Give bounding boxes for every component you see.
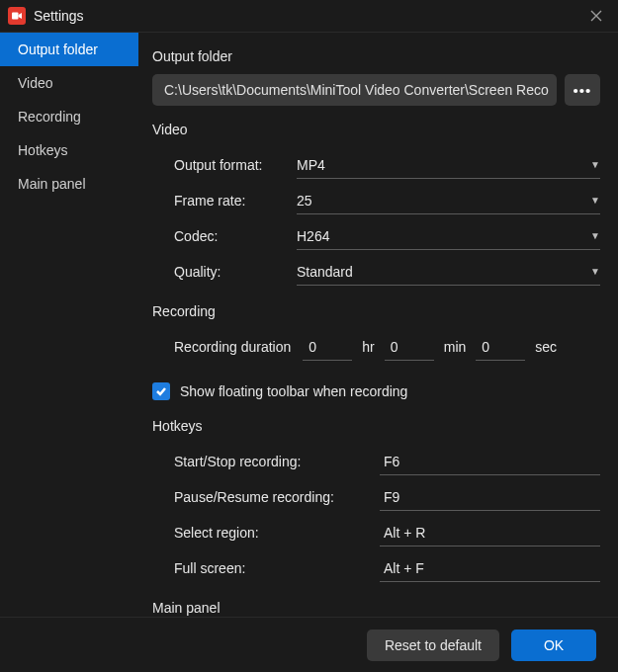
- section-title-output-folder: Output folder: [152, 48, 600, 64]
- hotkey-label: Full screen:: [174, 560, 380, 576]
- titlebar: Settings: [0, 0, 618, 32]
- sidebar-item-label: Main panel: [18, 176, 86, 192]
- footer: Reset to default OK: [0, 618, 618, 672]
- reset-button[interactable]: Reset to default: [367, 630, 499, 661]
- sidebar-item-output-folder[interactable]: Output folder: [0, 33, 138, 66]
- chevron-down-icon: ▼: [590, 266, 600, 277]
- sidebar-item-label: Recording: [18, 109, 81, 125]
- section-title-video: Video: [152, 122, 600, 137]
- close-icon: [590, 10, 602, 22]
- field-label: Codec:: [174, 228, 297, 244]
- sidebar-item-hotkeys[interactable]: Hotkeys: [0, 133, 138, 167]
- settings-window: Settings Output folder Video Recording H…: [0, 0, 618, 672]
- select-value: MP4: [297, 157, 325, 173]
- field-frame-rate: Frame rate: 25 ▼: [174, 183, 600, 218]
- frame-rate-select[interactable]: 25 ▼: [297, 187, 600, 214]
- section-title-recording: Recording: [152, 303, 600, 319]
- hotkey-label: Pause/Resume recording:: [174, 489, 380, 505]
- hotkey-value: Alt + F: [384, 560, 424, 576]
- field-codec: Codec: H264 ▼: [174, 218, 600, 254]
- hotkey-value: F6: [384, 454, 399, 469]
- select-value: Standard: [297, 264, 353, 280]
- chevron-down-icon: ▼: [590, 195, 600, 206]
- sidebar-item-label: Output folder: [18, 42, 98, 57]
- app-icon: [8, 7, 26, 25]
- select-value: H264: [297, 228, 329, 244]
- content-scroll[interactable]: Output folder C:\Users\tk\Documents\Mini…: [138, 33, 618, 617]
- svg-rect-0: [12, 13, 19, 20]
- sidebar-item-recording[interactable]: Recording: [0, 100, 138, 133]
- hotkey-pause-resume-input[interactable]: F9: [380, 483, 600, 511]
- chevron-down-icon: ▼: [590, 230, 600, 241]
- sidebar-item-main-panel[interactable]: Main panel: [0, 167, 138, 201]
- section-title-main-panel: Main panel: [152, 600, 600, 616]
- select-value: 25: [297, 193, 312, 209]
- duration-sec-input[interactable]: [476, 333, 525, 361]
- chevron-down-icon: ▼: [590, 159, 600, 170]
- recording-duration-row: Recording duration hr min sec: [152, 329, 600, 365]
- field-label: Frame rate:: [174, 193, 297, 209]
- duration-hr-input[interactable]: [303, 333, 352, 361]
- hotkey-start-stop-input[interactable]: F6: [380, 448, 600, 475]
- hotkey-full-screen: Full screen: Alt + F: [152, 550, 600, 586]
- show-toolbar-row: Show floating toolbar when recording: [152, 382, 600, 400]
- unit-min: min: [444, 339, 467, 355]
- recording-duration-label: Recording duration: [174, 339, 291, 355]
- hotkey-pause-resume: Pause/Resume recording: F9: [152, 479, 600, 515]
- hotkey-label: Start/Stop recording:: [174, 454, 380, 469]
- check-icon: [155, 385, 167, 397]
- output-format-select[interactable]: MP4 ▼: [297, 151, 600, 179]
- close-button[interactable]: [582, 2, 610, 30]
- show-toolbar-checkbox[interactable]: [152, 382, 170, 400]
- unit-sec: sec: [535, 339, 557, 355]
- hotkey-full-screen-input[interactable]: Alt + F: [380, 554, 600, 582]
- field-label: Quality:: [174, 264, 297, 280]
- output-folder-row: C:\Users\tk\Documents\MiniTool Video Con…: [152, 74, 600, 106]
- sidebar-item-label: Hotkeys: [18, 142, 68, 158]
- output-folder-path[interactable]: C:\Users\tk\Documents\MiniTool Video Con…: [152, 74, 557, 106]
- quality-select[interactable]: Standard ▼: [297, 258, 600, 286]
- ok-button[interactable]: OK: [511, 630, 596, 661]
- ellipsis-icon: •••: [574, 82, 592, 99]
- codec-select[interactable]: H264 ▼: [297, 222, 600, 250]
- content: Output folder C:\Users\tk\Documents\Mini…: [138, 33, 618, 617]
- field-label: Output format:: [174, 157, 297, 173]
- show-toolbar-label: Show floating toolbar when recording: [180, 383, 407, 399]
- sidebar-item-label: Video: [18, 75, 53, 91]
- browse-button[interactable]: •••: [565, 74, 600, 106]
- video-fields: Output format: MP4 ▼ Frame rate: 25 ▼: [152, 147, 600, 290]
- sidebar-item-video[interactable]: Video: [0, 66, 138, 100]
- hotkey-value: F9: [384, 489, 399, 505]
- section-title-hotkeys: Hotkeys: [152, 418, 600, 434]
- hotkey-label: Select region:: [174, 525, 380, 541]
- hotkey-start-stop: Start/Stop recording: F6: [152, 444, 600, 479]
- camera-icon: [12, 11, 22, 21]
- window-title: Settings: [34, 8, 84, 24]
- body: Output folder Video Recording Hotkeys Ma…: [0, 32, 618, 618]
- hotkey-value: Alt + R: [384, 525, 425, 541]
- hotkey-select-region: Select region: Alt + R: [152, 515, 600, 550]
- field-quality: Quality: Standard ▼: [174, 254, 600, 290]
- unit-hr: hr: [362, 339, 374, 355]
- sidebar: Output folder Video Recording Hotkeys Ma…: [0, 33, 138, 617]
- hotkey-select-region-input[interactable]: Alt + R: [380, 519, 600, 546]
- field-output-format: Output format: MP4 ▼: [174, 147, 600, 183]
- duration-min-input[interactable]: [385, 333, 434, 361]
